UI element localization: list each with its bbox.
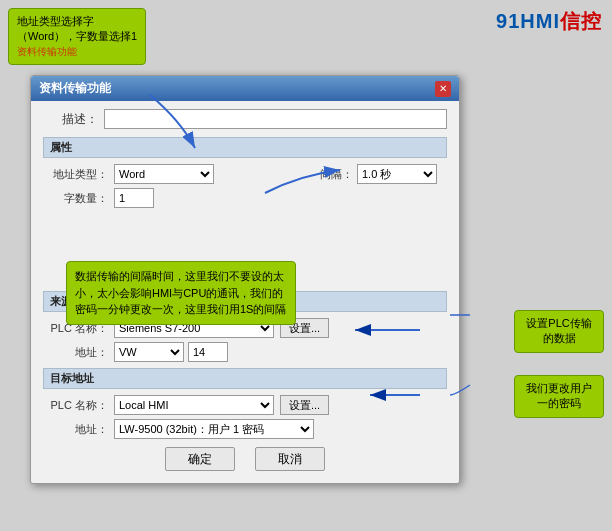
tooltip-address-type: 地址类型选择字 （Word），字数量选择1 资料传输功能 [8, 8, 146, 65]
target-header: 目标地址 [43, 368, 447, 389]
tooltip-password-text: 我们更改用户一的密码 [526, 382, 592, 409]
target-plc-row: PLC 名称： Local HMI 设置... [43, 395, 447, 415]
brand-91: 91 [496, 10, 520, 32]
target-addr-label: 地址： [43, 422, 108, 437]
tooltip-interval: 数据传输的间隔时间，这里我们不要设的太小，太小会影响HMI与CPU的通讯，我们的… [66, 261, 296, 325]
brand-xk: 信控 [560, 10, 602, 32]
tooltip-interval-text: 数据传输的间隔时间，这里我们不要设的太小，太小会影响HMI与CPU的通讯，我们的… [75, 270, 286, 315]
target-addr-select[interactable]: LW-9500 (32bit)：用户 1 密码 [114, 419, 314, 439]
properties-section: 属性 地址类型： Word 间隔： 1.0 秒 字数量： [43, 137, 447, 208]
dialog-main: 资料传输功能 ✕ 描述： 属性 地址类型： Word 间隔： 1.0 秒 [30, 75, 460, 484]
interval-group: 间隔： 1.0 秒 [288, 164, 437, 184]
wordcount-label: 字数量： [43, 191, 108, 206]
target-plc-name-label: PLC 名称： [43, 398, 108, 413]
close-button[interactable]: ✕ [435, 81, 451, 97]
wordcount-input[interactable] [114, 188, 154, 208]
brand-hmi: HMI [520, 10, 560, 32]
source-addr-select[interactable]: VW [114, 342, 184, 362]
source-addr-label: 地址： [43, 345, 108, 360]
tooltip-plc-text: 设置PLC传输的数据 [526, 317, 591, 344]
description-row: 描述： [43, 109, 447, 129]
addr-type-select[interactable]: Word [114, 164, 214, 184]
target-plc-select[interactable]: Local HMI [114, 395, 274, 415]
dialog-body: 描述： 属性 地址类型： Word 间隔： 1.0 秒 [31, 101, 459, 483]
dialog-titlebar: 资料传输功能 ✕ [31, 76, 459, 101]
tooltip-line2: （Word），字数量选择1 [17, 29, 137, 44]
addr-type-label: 地址类型： [43, 167, 108, 182]
interval-label: 间隔： [288, 167, 353, 182]
target-addr-row: 地址： LW-9500 (32bit)：用户 1 密码 [43, 419, 447, 439]
tooltip-sub: 资料传输功能 [17, 45, 137, 59]
wordcount-row: 字数量： [43, 188, 447, 208]
ok-button[interactable]: 确定 [165, 447, 235, 471]
branding: 91HMI信控 [496, 8, 602, 35]
addr-type-row: 地址类型： Word 间隔： 1.0 秒 [43, 164, 447, 184]
target-setup-button[interactable]: 设置... [280, 395, 329, 415]
source-addr-num[interactable] [188, 342, 228, 362]
props-header: 属性 [43, 137, 447, 158]
dialog-title: 资料传输功能 [39, 80, 111, 97]
tooltip-plc: 设置PLC传输的数据 [514, 310, 604, 353]
target-section: 目标地址 PLC 名称： Local HMI 设置... 地址： LW-9500… [43, 368, 447, 439]
source-addr-row: 地址： VW [43, 342, 447, 362]
cancel-button[interactable]: 取消 [255, 447, 325, 471]
tooltip-line1: 地址类型选择字 [17, 14, 137, 29]
buttons-row: 确定 取消 [43, 447, 447, 475]
interval-select[interactable]: 1.0 秒 [357, 164, 437, 184]
desc-input[interactable] [104, 109, 447, 129]
desc-label: 描述： [43, 111, 98, 128]
tooltip-password: 我们更改用户一的密码 [514, 375, 604, 418]
